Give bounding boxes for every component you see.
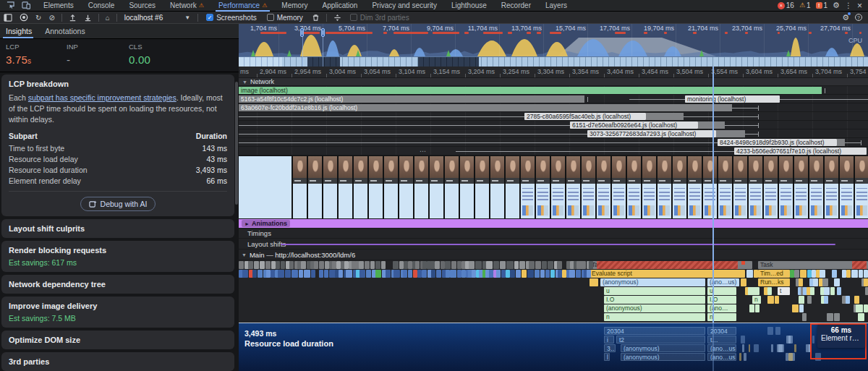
screenshot-frame[interactable] — [627, 156, 641, 218]
flame-activity[interactable] — [457, 270, 461, 278]
screenshot-frame[interactable] — [673, 156, 686, 218]
flame-activity[interactable] — [271, 270, 275, 278]
flame-activity[interactable] — [799, 278, 803, 286]
screenshot-frame[interactable] — [794, 156, 808, 218]
flame-activity[interactable] — [799, 296, 804, 304]
flame-entry[interactable]: Task — [590, 261, 752, 269]
flame-activity[interactable] — [767, 287, 772, 295]
flame-activity[interactable] — [301, 261, 306, 269]
screenshot-frame[interactable] — [566, 156, 580, 218]
network-request[interactable] — [716, 130, 745, 137]
flame-activity[interactable] — [359, 270, 365, 278]
flame-activity[interactable] — [393, 270, 399, 278]
flame-activity[interactable] — [324, 270, 328, 278]
flame-activity[interactable] — [813, 278, 818, 286]
flame-activity[interactable] — [445, 261, 451, 269]
flame-activity[interactable] — [299, 270, 303, 278]
flame-activity[interactable] — [509, 261, 514, 269]
flame-activity[interactable] — [522, 270, 527, 278]
selection-right-handle[interactable] — [321, 28, 325, 37]
network-request[interactable]: monitoring (localhost) — [685, 95, 780, 103]
tab-sources[interactable]: Sources — [122, 0, 163, 12]
flame-activity[interactable] — [475, 261, 482, 269]
flame-activity[interactable] — [842, 270, 846, 278]
toggle-sidebar-icon[interactable] — [4, 12, 12, 22]
timeline-overview[interactable]: 1,704 ms3,704 ms5,704 ms7,704 ms9,704 ms… — [239, 24, 868, 67]
flame-activity[interactable] — [824, 287, 830, 295]
screenshot-frame[interactable] — [445, 156, 459, 218]
screenshot-frame[interactable] — [688, 156, 702, 218]
flame-activity[interactable] — [824, 296, 828, 304]
recording-session-select[interactable]: localhost #6▼ — [124, 14, 190, 22]
flame-activity[interactable] — [506, 270, 510, 278]
screenshot-frame[interactable] — [658, 156, 671, 218]
settings-gear-icon[interactable]: ⚙ — [833, 1, 840, 10]
improvement-strategies-link[interactable]: subpart has specific improvement strateg… — [28, 93, 176, 102]
capture-settings-gear-icon[interactable]: ⚙ — [842, 13, 849, 22]
record-button[interactable] — [20, 12, 28, 22]
flame-entry[interactable]: I.O — [604, 296, 705, 304]
screenshot-frame[interactable] — [855, 156, 868, 218]
flame-activity[interactable] — [837, 287, 841, 295]
flame-entry[interactable]: n — [707, 313, 736, 321]
flame-activity[interactable] — [527, 270, 534, 278]
close-devtools-icon[interactable]: × — [857, 1, 862, 11]
flame-activity[interactable] — [248, 261, 254, 269]
flame-activity[interactable] — [587, 270, 591, 278]
flame-activity[interactable] — [422, 261, 427, 269]
help-icon[interactable]: ? — [855, 14, 862, 21]
flame-activity[interactable] — [486, 261, 492, 269]
flame-activity[interactable] — [254, 261, 258, 269]
screenshot-frame[interactable] — [323, 156, 337, 218]
flame-activity[interactable] — [404, 261, 408, 269]
screenshot-frame[interactable] — [414, 156, 428, 218]
flame-activity[interactable] — [346, 270, 352, 278]
inspect-element-icon[interactable] — [6, 1, 15, 10]
tab-elements[interactable]: Elements — [36, 0, 81, 12]
screenshot-frame[interactable] — [779, 156, 793, 218]
flame-activity[interactable] — [790, 270, 794, 278]
flame-entry[interactable]: n — [604, 313, 705, 321]
flame-activity[interactable] — [864, 278, 868, 286]
network-request[interactable]: 5163-a54f8f10c54dc7c2.js (localhost) — [239, 95, 584, 103]
error-count-badge[interactable]: × 16 — [778, 1, 794, 9]
tab-insights[interactable]: Insights — [0, 27, 39, 38]
flame-entry[interactable]: (ano…us) — [707, 304, 736, 312]
screenshot-frame[interactable] — [293, 156, 307, 218]
flame-activity[interactable] — [469, 261, 475, 269]
screenshot-frame[interactable] — [764, 156, 778, 218]
network-request[interactable]: 8424-8498c918d9f2b930.js (localhost) — [718, 139, 837, 146]
flame-activity[interactable] — [319, 261, 324, 269]
flame-activity[interactable] — [339, 270, 343, 278]
main-thread-track-header[interactable]: ▼ Main — http://localhost:3000/ldm/6 — [239, 250, 868, 260]
flame-activity[interactable] — [754, 270, 758, 278]
network-request[interactable]: 6151-d7e50eafb0926e64.js (localhost) — [570, 121, 698, 129]
flame-activity[interactable] — [854, 296, 859, 304]
flame-activity[interactable] — [292, 270, 298, 278]
flame-activity[interactable] — [834, 278, 840, 286]
flame-entry[interactable]: n — [752, 296, 761, 304]
flame-activity[interactable] — [375, 261, 380, 269]
flame-activity[interactable] — [802, 313, 807, 321]
flame-activity[interactable] — [834, 313, 840, 321]
tab-performance[interactable]: Performance⚠ — [211, 0, 274, 12]
screenshot-frame[interactable] — [809, 156, 823, 218]
network-request[interactable] — [646, 113, 684, 120]
flame-activity[interactable] — [325, 261, 329, 269]
insight-card-improve-image-delivery[interactable]: Improve image deliveryEst savings: 7.5 M… — [1, 297, 234, 328]
tab-memory[interactable]: Memory — [274, 0, 315, 12]
screenshot-frame[interactable] — [369, 156, 383, 218]
flame-activity[interactable] — [792, 304, 799, 312]
flame-activity[interactable] — [408, 261, 412, 269]
flame-activity[interactable] — [514, 261, 519, 269]
screenshot-frame[interactable] — [399, 156, 413, 218]
flame-activity[interactable] — [754, 287, 760, 295]
screenshot-frame[interactable] — [840, 156, 854, 218]
flame-activity[interactable] — [319, 270, 323, 278]
flame-entry[interactable]: I.O — [707, 296, 736, 304]
flame-activity[interactable] — [516, 270, 522, 278]
flame-activity[interactable] — [775, 296, 779, 304]
screenshot-frame[interactable] — [475, 156, 489, 218]
live-metrics-home-icon[interactable]: ⌂ — [106, 12, 110, 22]
flame-activity[interactable] — [276, 261, 280, 269]
